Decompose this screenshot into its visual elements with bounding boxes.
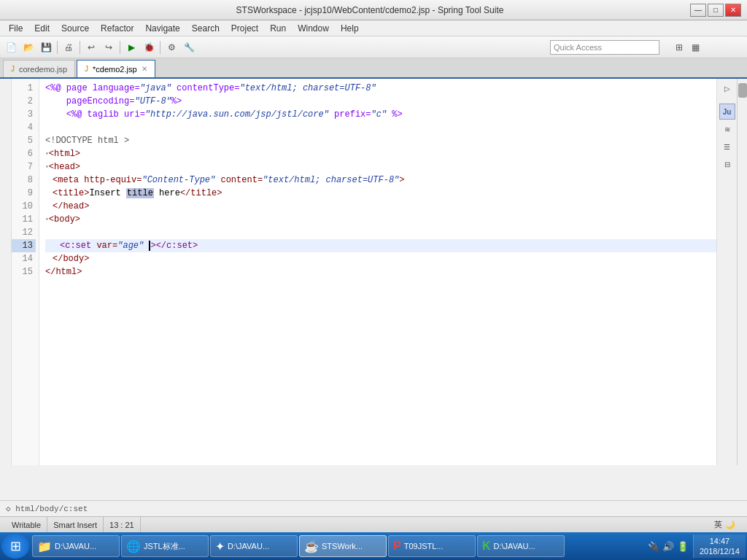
toolbar-extra1[interactable]: ⚙ <box>163 39 179 55</box>
print-button[interactable]: 🖨 <box>61 39 77 55</box>
code-span: "age" <box>117 239 144 252</box>
code-span: Insert title here <box>89 187 179 200</box>
code-span: <%@ taglib uri="http://java.sun.com/jsp/… <box>66 108 403 121</box>
taskbar-app-2[interactable]: 🌐 JSTL标准... <box>121 535 209 557</box>
view-button[interactable]: ▦ <box>687 39 703 55</box>
tab-cdemo2-icon: J <box>85 65 88 73</box>
sidebar-button-3[interactable]: ☰ <box>719 139 735 155</box>
ju-button[interactable]: Ju <box>719 104 735 120</box>
quick-access-label: Quick Access <box>554 43 602 52</box>
quick-access-box[interactable]: Quick Access <box>550 40 659 55</box>
sidebar-button-4[interactable]: ⊟ <box>719 156 735 172</box>
line-num-3: 3 <box>12 108 36 121</box>
code-span: </head> <box>53 200 89 213</box>
code-line-12 <box>45 226 716 239</box>
code-span: <%@ page language="java" contentType="te… <box>45 82 376 95</box>
scrollbar-thumb[interactable] <box>738 83 747 98</box>
minimize-button[interactable]: — <box>690 4 706 17</box>
code-span: "text/html; charset=UTF-8" <box>263 174 399 187</box>
sidebar-button-2[interactable]: ≋ <box>719 121 735 137</box>
status-smart-insert: Smart Insert <box>47 517 104 532</box>
toolbar-sep4 <box>160 41 160 54</box>
system-clock[interactable]: 14:47 2018/12/14 <box>693 534 746 559</box>
line-num-6: 6 <box>12 147 36 160</box>
code-span: </title> <box>180 187 222 200</box>
close-button[interactable]: ✕ <box>725 4 741 17</box>
code-span: <html> <box>49 147 80 160</box>
toolbar-extra2[interactable]: 🔧 <box>181 39 197 55</box>
code-line-9: <title>Insert title here</title> <box>45 187 716 200</box>
editor-container: 1 2 3 4 5 6 7 8 9 10 11 12 13 14 15 <%@ … <box>0 79 747 465</box>
code-indent <box>45 95 66 108</box>
code-span: <meta <box>53 174 79 187</box>
new-button[interactable]: 📄 <box>3 39 19 55</box>
status-bar: Writable Smart Insert 13 : 21 英 🌙 <box>0 516 747 532</box>
maximize-button[interactable]: □ <box>708 4 724 17</box>
line-num-13: 13 <box>12 239 36 252</box>
code-span: > <box>399 174 404 187</box>
taskbar-app-label-2: JSTL标准... <box>144 541 185 552</box>
perspective-button[interactable]: ⊞ <box>671 39 687 55</box>
menu-project[interactable]: Project <box>225 22 264 35</box>
line-num-8: 8 <box>12 174 36 187</box>
taskbar-app-4[interactable]: ☕ STSWork... <box>299 535 387 557</box>
menu-search[interactable]: Search <box>186 22 225 35</box>
taskbar-app-1[interactable]: 📁 D:\JAVAU... <box>32 535 120 557</box>
menu-window[interactable]: Window <box>292 22 335 35</box>
code-editor[interactable]: <%@ page language="java" contentType="te… <box>39 79 716 465</box>
code-indent <box>45 108 66 121</box>
status-position: 13 : 21 <box>104 517 141 532</box>
line-num-10: 10 <box>12 200 36 213</box>
run-button[interactable]: ▶ <box>123 39 139 55</box>
redo-button[interactable]: ↪ <box>101 39 117 55</box>
window-title: STSWorkspace - jcjsp10/WebContent/cdemo2… <box>50 5 690 15</box>
line-numbers: 1 2 3 4 5 6 7 8 9 10 11 12 13 14 15 <box>12 79 39 465</box>
start-button[interactable]: ⊞ <box>1 534 29 559</box>
taskbar-app-label-3: D:\JAVAU... <box>228 542 269 551</box>
taskbar-app-icon-2: 🌐 <box>126 540 141 553</box>
taskbar-app-6[interactable]: K D:\JAVAU... <box>477 535 565 557</box>
menu-help[interactable]: Help <box>335 22 365 35</box>
vertical-scrollbar[interactable] <box>737 79 747 465</box>
code-span: <head> <box>49 160 80 174</box>
line-num-5: 5 <box>12 134 36 147</box>
taskbar-app-icon-6: K <box>482 540 491 553</box>
tab-cdemo2-close[interactable]: ✕ <box>142 65 147 73</box>
code-line-13: <c:set var="age" ></c:set> <box>45 239 716 252</box>
debug-button[interactable]: 🐞 <box>141 39 157 55</box>
line-num-4: 4 <box>12 121 36 134</box>
menu-file[interactable]: File <box>3 22 28 35</box>
taskbar-app-icon-4: ☕ <box>304 540 319 553</box>
menu-edit[interactable]: Edit <box>28 22 55 35</box>
breadcrumb: ◇ html/body/c:set <box>0 500 747 516</box>
code-span: pageEncoding="UTF-8"%> <box>66 95 182 108</box>
tab-bar: J coredemo.jsp J *cdemo2.jsp ✕ <box>0 58 747 79</box>
open-button[interactable]: 📂 <box>20 39 36 55</box>
code-line-14: </body> <box>45 252 716 265</box>
taskbar-app-3[interactable]: ✦ D:\JAVAU... <box>210 535 298 557</box>
clock-time: 14:47 <box>700 536 740 546</box>
taskbar-app-label-1: D:\JAVAU... <box>55 542 96 551</box>
code-span: <c:set <box>60 239 91 252</box>
menu-source[interactable]: Source <box>55 22 95 35</box>
save-button[interactable]: 💾 <box>38 39 54 55</box>
code-line-4 <box>45 121 716 134</box>
line-num-14: 14 <box>12 252 36 265</box>
menu-run[interactable]: Run <box>264 22 292 35</box>
toolbar: 📄 📂 💾 🖨 ↩ ↪ ▶ 🐞 ⚙ 🔧 Quick Access ⊞ ▦ <box>0 36 747 58</box>
toolbar-sep1 <box>57 41 58 54</box>
undo-button[interactable]: ↩ <box>83 39 99 55</box>
system-tray: 🔌 🔊 🔋 <box>643 541 693 552</box>
taskbar-app-5[interactable]: P T09JSTL... <box>388 535 476 557</box>
taskbar-app-icon-5: P <box>393 540 401 553</box>
tab-cdemo2[interactable]: J *cdemo2.jsp ✕ <box>77 60 155 77</box>
menu-navigate[interactable]: Navigate <box>139 22 185 35</box>
collapse-sidebar-button[interactable]: ▷ <box>719 80 735 96</box>
tab-coredemo[interactable]: J coredemo.jsp <box>3 60 75 77</box>
code-span: http-equiv= <box>84 174 142 187</box>
menu-refactor[interactable]: Refactor <box>95 22 139 35</box>
line-num-1: 1 <box>12 82 36 95</box>
code-span: </html> <box>45 265 82 279</box>
menu-bar: File Edit Source Refactor Navigate Searc… <box>0 20 747 36</box>
code-span: content= <box>220 174 263 187</box>
